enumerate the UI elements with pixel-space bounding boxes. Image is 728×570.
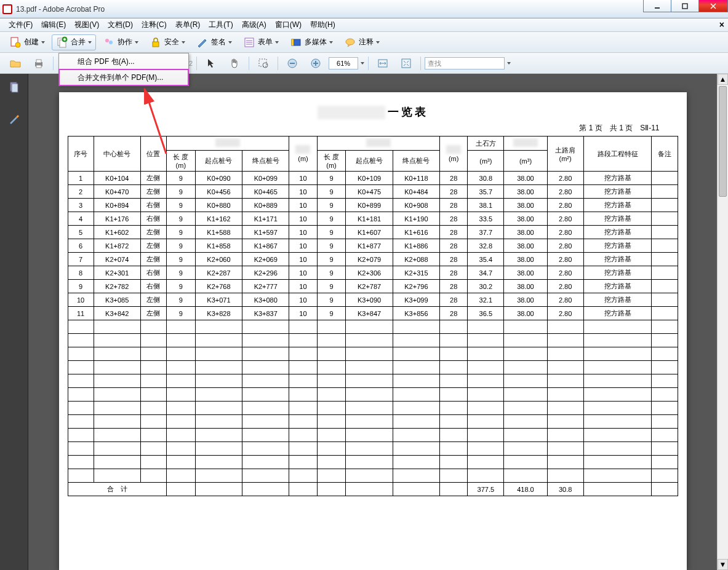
page-info: 第 1 页 共 1 页 SⅡ-11 [68,123,660,133]
sign-label: 签名 [211,37,226,47]
menu-comments[interactable]: 注释(C) [138,18,170,31]
close-button[interactable] [698,0,728,12]
assemble-pdf-portfolio-item[interactable]: 组合 PDF 包(A)... [59,53,188,69]
col-blur [504,137,547,151]
create-pdf-icon [9,36,22,49]
close-document-button[interactable]: × [719,20,724,30]
svg-rect-13 [153,42,159,47]
collab-label: 协作 [118,37,132,47]
open-button[interactable] [5,55,26,71]
sign-icon [196,36,209,49]
maximize-button[interactable] [671,0,699,12]
separator [196,57,197,70]
col-group-2 [317,137,439,151]
fit-width-button[interactable] [372,55,393,71]
scroll-thumb[interactable] [719,86,727,197]
col-shoulder: 土路肩(m²) [547,137,583,172]
table-row: 1K0+104左侧9K0+090K0+099109K0+109K0+118283… [68,172,678,185]
zoom-out-button[interactable] [282,55,303,71]
comment-button[interactable]: 注释 [340,34,384,50]
menu-file[interactable]: 文件(F) [5,18,36,31]
menu-help[interactable]: 帮助(H) [306,18,339,31]
create-pdf-button[interactable]: 创建 [5,34,49,50]
pages-panel-button[interactable] [0,77,28,97]
combine-dropdown-menu: 组合 PDF 包(A)... 合并文件到单个 PDF(M)... [58,53,189,86]
fit-page-icon [400,57,412,69]
document-viewport[interactable]: 一览表 第 1 页 共 1 页 SⅡ-11 序号 中心桩号 位置 (m) (m)… [28,74,717,570]
scroll-up-button[interactable]: ▲ [718,74,728,85]
select-cursor-icon [205,57,217,69]
col-position: 位置 [140,137,166,172]
separator [420,57,421,70]
hand-tool-button[interactable] [224,55,245,71]
menu-edit[interactable]: 编辑(E) [38,18,70,31]
signatures-panel-button[interactable] [0,109,28,129]
combine-button[interactable]: 合并 [52,34,96,50]
col-feature: 路段工程特征 [583,137,652,172]
table-row: 11K3+842左侧9K3+828K3+837109K3+847K3+85628… [68,307,678,320]
col-sp1: 起点桩号 [195,151,242,172]
multimedia-button[interactable]: 多媒体 [286,34,337,50]
hand-icon [228,57,241,69]
table-row: 4K1+176右侧9K1+162K1+171109K1+181K1+190283… [68,212,678,226]
search-input[interactable]: 查找 [425,57,505,69]
merge-files-into-single-pdf-item[interactable]: 合并文件到单个 PDF(M)... [59,69,188,85]
svg-point-11 [105,39,109,42]
menu-view[interactable]: 视图(V) [71,18,103,31]
table-row [68,456,678,469]
lock-icon [150,36,162,49]
svg-point-5 [15,42,20,47]
sign-button[interactable]: 签名 [192,34,236,50]
table-row: 5K1+602左侧9K1+588K1+597109K1+607K1+616283… [68,226,678,239]
col-earth-u: (m³) [468,151,504,172]
table-row: 10K3+085左侧9K3+071K3+080109K3+090K3+09928… [68,293,678,307]
print-button[interactable] [28,55,49,71]
multimedia-label: 多媒体 [305,37,327,47]
create-label: 创建 [24,37,39,47]
table-row: 8K2+301右侧9K2+287K2+296109K2+306K2+315283… [68,266,678,280]
separator [53,57,54,70]
collaborate-button[interactable]: 协作 [98,34,143,50]
col-m1: (m) [289,137,317,172]
chevron-down-icon[interactable] [507,62,511,65]
folder-open-icon [9,57,22,69]
vertical-scrollbar[interactable]: ▲ ▼ [717,74,728,570]
select-tool-button[interactable] [201,55,222,71]
menu-document[interactable]: 文档(D) [104,18,137,31]
menu-tools[interactable]: 工具(T) [205,18,236,31]
marquee-zoom-icon [257,57,270,69]
chevron-down-icon[interactable] [361,62,364,65]
svg-rect-19 [292,39,294,46]
menu-advanced[interactable]: 高级(A) [238,18,270,31]
table-row [68,320,678,334]
secure-button[interactable]: 安全 [145,34,190,50]
svg-rect-36 [12,84,18,92]
navigation-sidebar [0,74,28,570]
minimize-button[interactable] [643,0,671,12]
table-row [68,402,678,415]
marquee-zoom-button[interactable] [253,55,274,71]
redacted-title-prefix [318,106,385,119]
chevron-down-icon [88,41,92,44]
col-ep1: 终点桩号 [242,151,289,172]
zoom-level-input[interactable]: 61% [329,57,358,69]
chevron-down-icon [329,41,333,44]
col-center-pile: 中心桩号 [94,137,140,172]
menu-window[interactable]: 窗口(W) [271,18,305,31]
scroll-down-button[interactable]: ▼ [718,559,728,570]
comment-icon [344,36,356,49]
forms-label: 表单 [258,37,273,47]
svg-point-12 [109,41,113,44]
forms-button[interactable]: 表单 [239,34,283,50]
fit-page-button[interactable] [396,55,417,71]
table-row [68,388,678,402]
menu-forms[interactable]: 表单(R) [172,18,204,31]
svg-point-25 [263,63,268,68]
col-m3-u: (m³) [504,151,547,172]
table-row [68,361,678,374]
fit-width-icon [377,57,389,69]
table-row: 2K0+470左侧9K0+456K0+465109K0+475K0+484283… [68,185,678,199]
combine-icon [56,36,68,49]
forms-icon [243,36,255,49]
zoom-in-button[interactable] [305,55,326,71]
